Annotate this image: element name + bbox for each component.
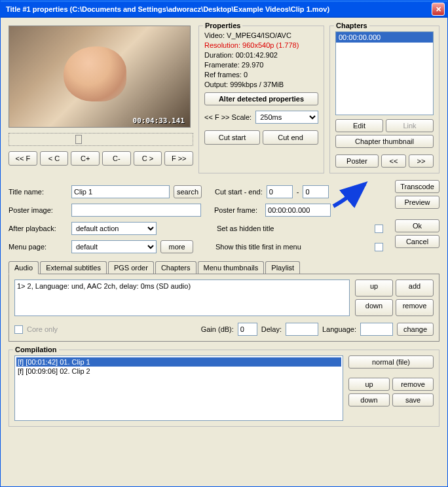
tab-menu-thumbnails[interactable]: Menu thumbnails xyxy=(198,261,265,274)
hidden-title-checkbox[interactable] xyxy=(375,225,383,233)
close-button[interactable]: ✕ xyxy=(432,3,445,16)
compilation-list[interactable]: [f] [00:01:42] 01. Clip 1 [f] [00:09:06]… xyxy=(14,355,343,421)
c-minus-button[interactable]: C- xyxy=(102,151,131,166)
menu-page-label: Menu page: xyxy=(9,243,67,251)
comp-save-button[interactable]: save xyxy=(392,393,434,406)
audio-list-item[interactable]: 1> 2, Language: und, AAC 2ch, delay: 0ms… xyxy=(17,282,347,290)
poster-frame-input[interactable] xyxy=(265,204,331,217)
comp-remove-button[interactable]: remove xyxy=(392,378,434,391)
window-title: Title #1 properties (C:\Documents and Se… xyxy=(6,5,432,13)
language-label: Language: xyxy=(322,325,356,333)
poster-frame-label: Poster frame: xyxy=(214,206,257,214)
show-first-label: Show this title first in menu xyxy=(215,243,301,251)
edit-chapter-button[interactable]: Edit xyxy=(335,119,383,132)
delay-input[interactable] xyxy=(286,323,318,336)
prop-resolution: Resolution: 960x540p (1.778) xyxy=(204,41,318,49)
poster-image-label: Poster image: xyxy=(9,206,67,214)
gain-input[interactable] xyxy=(238,323,257,336)
search-button[interactable]: search xyxy=(174,185,202,198)
tab-chapters[interactable]: Chapters xyxy=(155,261,196,274)
prop-video: Video: V_MPEG4/ISO/AVC xyxy=(204,31,318,39)
compilation-item[interactable]: [f] [00:01:42] 01. Clip 1 xyxy=(16,357,341,367)
normal-file-button[interactable]: normal (file) xyxy=(348,355,434,369)
delay-label: Delay: xyxy=(261,325,282,333)
video-preview: 00:04:33.141 xyxy=(9,26,191,128)
c-fwd-button[interactable]: C > xyxy=(134,151,162,166)
cut-range-label: Cut start - end: xyxy=(215,188,263,196)
scale-select[interactable]: 250ms xyxy=(255,111,318,124)
prop-refframes: Ref frames: 0 xyxy=(204,71,318,79)
title-name-label: Title name: xyxy=(9,188,67,196)
title-name-input[interactable] xyxy=(71,185,170,198)
audio-remove-button[interactable]: remove xyxy=(396,299,434,316)
cut-end-input[interactable] xyxy=(303,185,329,198)
language-input[interactable] xyxy=(360,323,393,336)
ok-button[interactable]: Ok xyxy=(395,219,439,232)
prop-duration: Duration: 00:01:42.902 xyxy=(204,51,318,59)
cut-end-button[interactable]: Cut end xyxy=(263,130,318,145)
timecode-overlay: 00:04:33.141 xyxy=(133,117,185,125)
prop-framerate: Framerate: 29.970 xyxy=(204,61,318,69)
menu-page-select[interactable]: default xyxy=(71,240,157,253)
cut-start-input[interactable] xyxy=(267,185,293,198)
compilation-title: Compilation xyxy=(13,346,59,353)
transcode-button[interactable]: Transcode xyxy=(395,180,439,193)
poster-next-button[interactable]: >> xyxy=(409,154,434,168)
after-playback-label: After playback: xyxy=(9,225,67,232)
cancel-button[interactable]: Cancel xyxy=(395,235,439,248)
titlebar: Title #1 properties (C:\Documents and Se… xyxy=(1,1,447,18)
c-plus-button[interactable]: C+ xyxy=(71,151,100,166)
chapters-title: Chapters xyxy=(334,22,369,29)
tab-pgs-order[interactable]: PGS order xyxy=(108,261,154,274)
more-button[interactable]: more xyxy=(160,240,193,253)
ff-back-button[interactable]: << F xyxy=(9,151,37,166)
audio-list[interactable]: 1> 2, Language: und, AAC 2ch, delay: 0ms… xyxy=(14,280,350,316)
alter-properties-button[interactable]: Alter detected properties xyxy=(204,92,318,105)
seek-slider[interactable] xyxy=(9,133,193,146)
poster-button[interactable]: Poster xyxy=(335,154,379,168)
poster-prev-button[interactable]: << xyxy=(381,154,406,168)
cut-start-button[interactable]: Cut start xyxy=(204,130,260,145)
core-only-label: Core only xyxy=(27,325,58,333)
comp-down-button[interactable]: down xyxy=(348,393,390,406)
after-playback-select[interactable]: default action xyxy=(71,222,157,235)
scale-label: << F >> Scale: xyxy=(204,113,252,121)
properties-title: Properties xyxy=(203,22,242,29)
chapter-thumbnail-button[interactable]: Chapter thumbnail xyxy=(335,135,434,148)
gain-label: Gain (dB): xyxy=(201,325,234,333)
c-back-button[interactable]: < C xyxy=(40,151,69,166)
hidden-title-label: Set as hidden title xyxy=(217,225,274,232)
show-first-checkbox[interactable] xyxy=(375,243,383,251)
tab-audio[interactable]: Audio xyxy=(9,261,39,274)
poster-image-input[interactable] xyxy=(71,204,201,217)
audio-down-button[interactable]: down xyxy=(355,299,393,316)
core-only-checkbox[interactable] xyxy=(14,325,23,334)
tab-external-subtitles[interactable]: External subtitles xyxy=(40,261,107,274)
ff-fwd-button[interactable]: F >> xyxy=(164,151,193,166)
audio-add-button[interactable]: add xyxy=(396,280,434,297)
chapter-item[interactable]: 00:00:00.000 xyxy=(336,32,433,43)
tab-playlist[interactable]: Playlist xyxy=(265,261,300,274)
prop-output: Output: 999kbps / 37MiB xyxy=(204,81,318,88)
audio-up-button[interactable]: up xyxy=(355,280,393,297)
link-chapter-button[interactable]: Link xyxy=(386,119,434,132)
comp-up-button[interactable]: up xyxy=(348,378,390,391)
preview-button[interactable]: Preview xyxy=(395,196,439,209)
compilation-item[interactable]: [f] [00:09:06] 02. Clip 2 xyxy=(16,367,341,376)
chapters-list[interactable]: 00:00:00.000 xyxy=(335,31,434,115)
change-button[interactable]: change xyxy=(397,323,434,336)
